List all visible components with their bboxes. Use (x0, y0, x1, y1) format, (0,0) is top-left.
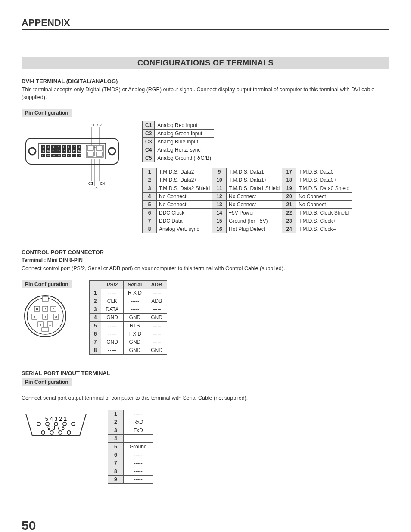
pin-val: Hot Plug Detect (227, 225, 282, 233)
pin-val: No Connect (296, 201, 352, 209)
control-table: PS/2SerialADB 1-----R X D-----2CLK-----A… (89, 280, 167, 355)
dvi-c-table: C1Analog Red InputC2Analog Green InputC3… (142, 121, 214, 162)
serial-cell: 3 (108, 426, 124, 435)
pin-val: T.M.D.S. Data1+ (227, 176, 282, 184)
serial-cell: Ground (123, 443, 153, 451)
pin-num: 11 (212, 184, 227, 193)
svg-rect-58 (96, 152, 102, 156)
pin-val: T.M.D.S. Data0 Shield (296, 184, 352, 193)
serial-cell: ----- (123, 451, 153, 459)
pin-val: No Connect (157, 201, 212, 209)
pin-num: 22 (282, 209, 296, 217)
c-pin-num: C5 (143, 154, 155, 162)
svg-text:4: 4 (44, 315, 47, 319)
dvi-24pin-table: 1T.M.D.S. Data2–9T.M.D.S. Data1–17T.M.D.… (142, 168, 352, 233)
svg-text:7: 7 (44, 307, 47, 311)
ctrl-cell: ADB (146, 297, 167, 305)
control-title: CONTROL PORT CONNECTOR (22, 249, 389, 255)
svg-text:17: 17 (42, 154, 44, 157)
svg-point-92 (50, 431, 53, 434)
svg-text:1: 1 (49, 323, 51, 327)
pin-num: 20 (282, 193, 296, 201)
ctrl-cell: 3 (89, 305, 101, 313)
pin-val: T.M.D.S. Data0– (296, 168, 352, 176)
dvi-section: DVI-I TERMINAL (DIGITAL/ANALOG) This ter… (22, 78, 389, 233)
ctrl-cell: RTS (123, 321, 146, 330)
svg-text:7: 7 (74, 146, 75, 148)
ctrl-cell: ----- (123, 305, 146, 313)
serial-title: SERIAL PORT IN/OUT TERMINAL (22, 370, 389, 376)
ctrl-cell: GND (146, 313, 167, 321)
serial-cell: 6 (108, 451, 124, 459)
ctrl-header: ADB (146, 280, 167, 289)
serial-section: SERIAL PORT IN/OUT TERMINAL Pin Configur… (22, 370, 389, 484)
ctrl-cell: GND (146, 346, 167, 354)
svg-text:4: 4 (58, 146, 59, 148)
serial-cell: ----- (123, 410, 153, 418)
pin-row-1: 1 2 3 4 5 6 7 8 (41, 145, 81, 149)
pin-num: 12 (212, 193, 227, 201)
svg-text:21: 21 (62, 154, 65, 157)
c-pin-val: Analog Green Input (155, 130, 214, 138)
serial-cell: ----- (123, 476, 153, 484)
svg-text:6: 6 (68, 146, 70, 148)
svg-point-93 (59, 431, 62, 434)
section-title: CONFIGURATIONS OF TERMINALS (22, 57, 389, 69)
ctrl-cell: 2 (89, 297, 101, 305)
ctrl-cell: GND (101, 313, 123, 321)
serial-cell: RxD (123, 418, 153, 426)
serial-cell: TxD (123, 426, 153, 435)
svg-point-3 (29, 148, 36, 155)
serial-cell: 1 (108, 410, 124, 418)
page-header: APPENDIX (22, 17, 389, 31)
pin-num: 1 (143, 168, 157, 176)
pin-num: 9 (212, 168, 227, 176)
svg-text:13: 13 (62, 150, 65, 152)
svg-point-89 (72, 422, 75, 426)
c-pin-val: Analog Horiz. sync (155, 146, 214, 154)
pin-val: No Connect (157, 193, 212, 201)
pin-row-3: 17 18 19 20 21 22 23 24 (41, 154, 81, 157)
serial-cell: 9 (108, 476, 124, 484)
ctrl-cell: ----- (146, 330, 167, 338)
ctrl-cell: ----- (146, 305, 167, 313)
ctrl-cell: T X D (123, 330, 146, 338)
ctrl-cell: 5 (89, 321, 101, 330)
pin-val: No Connect (227, 201, 282, 209)
pin-val: T.M.D.S. Clock+ (296, 217, 352, 225)
pin-val: Ground (for +5V) (227, 217, 282, 225)
serial-desc: Connect serial port output terminal of c… (22, 395, 389, 402)
pin-val: T.M.D.S. Data1– (227, 168, 282, 176)
c-pin-num: C2 (143, 130, 155, 138)
pin-row-2: 9 10 11 12 13 14 15 16 (41, 149, 81, 153)
ctrl-cell: 8 (89, 346, 101, 354)
svg-text:1: 1 (43, 146, 44, 148)
svg-text:23: 23 (73, 154, 75, 157)
ctrl-header: Serial (123, 280, 146, 289)
pin-val: No Connect (227, 193, 282, 201)
svg-text:3: 3 (53, 146, 54, 148)
pin-val: Analog Vert. sync (157, 225, 212, 233)
svg-text:14: 14 (68, 150, 70, 152)
svg-text:6: 6 (53, 307, 55, 311)
serial-pin-label: Pin Configuration (22, 378, 72, 386)
svg-rect-66 (42, 297, 48, 301)
pin-val: T.M.D.S. Data0+ (296, 176, 352, 184)
svg-text:19: 19 (52, 154, 55, 157)
pin-num: 10 (212, 176, 227, 184)
ctrl-cell: R X D (123, 289, 146, 297)
svg-point-94 (67, 431, 71, 434)
label-c5: C5 (93, 186, 98, 190)
svg-rect-56 (96, 146, 102, 150)
serial-diagram: 5 4 3 2 1 9 8 7 6 (22, 410, 90, 440)
svg-text:5: 5 (63, 146, 65, 148)
svg-text:15: 15 (73, 150, 75, 152)
pin-num: 21 (282, 201, 296, 209)
ctrl-cell: ----- (123, 297, 146, 305)
pin-num: 18 (282, 176, 296, 184)
pin-num: 16 (212, 225, 227, 233)
pin-num: 3 (143, 184, 157, 193)
header-rule-thin (22, 31, 389, 31)
ctrl-cell: 4 (89, 313, 101, 321)
svg-text:11: 11 (52, 150, 55, 152)
